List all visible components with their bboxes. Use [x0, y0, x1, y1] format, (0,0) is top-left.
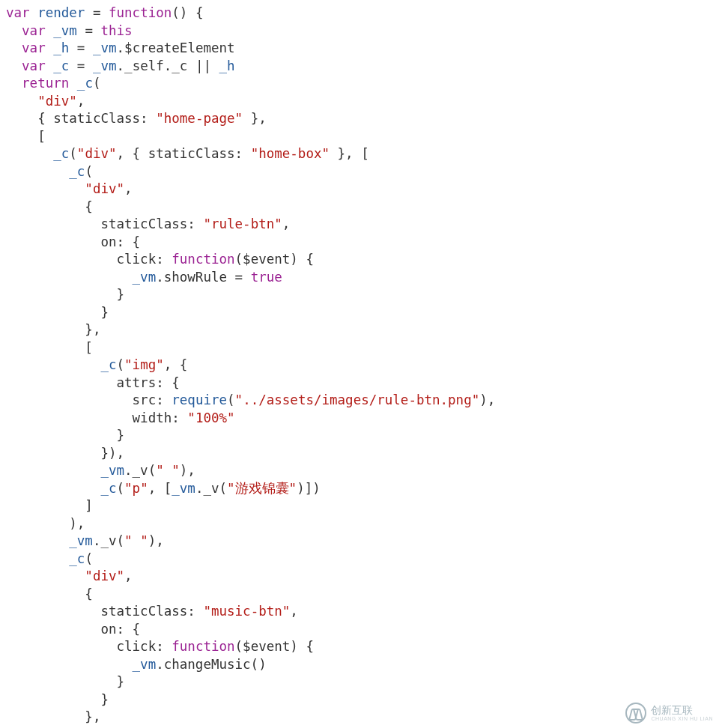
- keyword-function: function: [109, 5, 172, 20]
- keyword-this: this: [100, 23, 132, 38]
- keyword-return: return: [22, 76, 69, 91]
- watermark-logo-icon: [625, 703, 646, 724]
- watermark-text: 创新互联 CHUANG XIN HU LIAN: [651, 705, 713, 721]
- code-block: var render = function() { var _vm = this…: [0, 0, 719, 728]
- keyword-true: true: [251, 270, 282, 285]
- keyword-var: var: [6, 5, 30, 20]
- watermark: 创新互联 CHUANG XIN HU LIAN: [625, 703, 713, 724]
- ident-render: render: [37, 5, 85, 20]
